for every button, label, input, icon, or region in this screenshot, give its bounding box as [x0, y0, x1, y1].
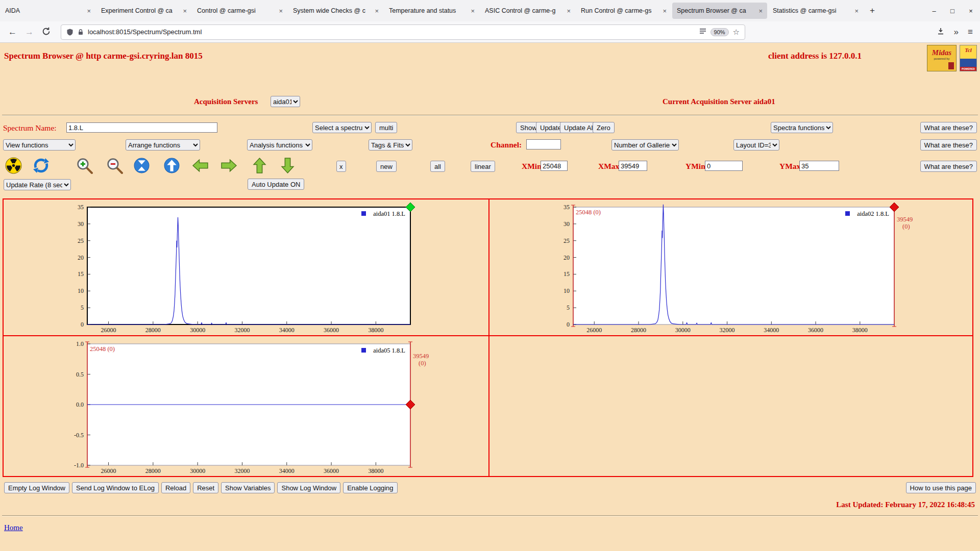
arrange-functions-dropdown[interactable]: Arrange functions [126, 139, 200, 151]
pan-up-icon[interactable] [251, 157, 268, 174]
svg-text:15: 15 [564, 270, 570, 278]
tab-close-icon[interactable]: × [87, 7, 91, 15]
shield-icon[interactable] [66, 29, 74, 36]
footer-button-6[interactable]: Show Log Window [277, 482, 340, 493]
svg-text:36000: 36000 [324, 467, 339, 474]
zoom-level-badge[interactable]: 90% [710, 28, 729, 36]
x-button[interactable]: x [336, 161, 346, 172]
page-title: Spectrum Browser @ http carme-gsi.cryrin… [4, 51, 203, 61]
new-button[interactable]: new [376, 161, 397, 172]
tab-8[interactable]: Spectrum Browser @ ca× [672, 3, 767, 19]
tab-close-icon[interactable]: × [183, 7, 187, 15]
zoom-in-icon[interactable] [76, 157, 93, 174]
linear-button[interactable]: linear [471, 161, 495, 172]
midas-logo[interactable]: Midas powered by [927, 45, 957, 71]
refresh-icon[interactable] [33, 157, 50, 174]
what-are-these-button-2[interactable]: What are these? [920, 139, 977, 151]
url-text[interactable]: localhost:8015/Spectrum/Spectrum.tml [88, 28, 695, 36]
what-are-these-button-3[interactable]: What are these? [920, 161, 977, 172]
maximize-button[interactable]: □ [943, 0, 962, 21]
svg-text:30: 30 [564, 220, 570, 228]
gallery-cell-4-empty[interactable] [489, 336, 972, 476]
pan-left-icon[interactable] [192, 157, 209, 174]
shrink-vertical-icon[interactable] [133, 157, 151, 174]
back-icon[interactable]: ← [8, 28, 17, 36]
number-of-galleries-dropdown[interactable]: Number of Galleries [611, 139, 679, 151]
url-bar[interactable]: localhost:8015/Spectrum/Spectrum.tml 90%… [61, 24, 745, 40]
tab-7[interactable]: Run Control @ carme-gs× [576, 3, 671, 19]
analysis-functions-dropdown[interactable]: Analysis functions [247, 139, 312, 151]
window-controls: – □ × [925, 0, 980, 21]
ymin-input[interactable] [705, 161, 743, 171]
gallery-cell-2[interactable]: 2600028000300003200034000360003800005101… [489, 199, 972, 336]
tab-close-icon[interactable]: × [663, 7, 667, 15]
tab-5[interactable]: Temperature and status× [384, 3, 479, 19]
radiation-icon[interactable] [5, 157, 22, 174]
multi-button[interactable]: multi [375, 122, 397, 133]
minimize-button[interactable]: – [925, 0, 943, 21]
view-functions-dropdown[interactable]: View functions [3, 139, 76, 151]
expand-vertical-icon[interactable] [163, 157, 181, 174]
acquisition-server-select[interactable]: aida01 [271, 96, 300, 107]
svg-text:0: 0 [81, 321, 84, 328]
xmax-input[interactable] [619, 161, 647, 171]
select-spectrum-dropdown[interactable]: Select a spectrum [312, 122, 372, 133]
reader-mode-icon[interactable] [699, 28, 706, 36]
how-to-use-button[interactable]: How to use this page [906, 482, 976, 493]
layout-id-dropdown[interactable]: Layout ID=3 [733, 139, 779, 151]
tab-label: System wide Checks @ c [293, 7, 372, 14]
pan-down-icon[interactable] [279, 157, 297, 174]
tab-close-icon[interactable]: × [567, 7, 571, 15]
gallery-cell-3[interactable]: 26000280003000032000340003600038000-1.0-… [4, 336, 489, 476]
svg-text:20: 20 [564, 254, 570, 261]
footer-button-1[interactable]: Empty Log Window [4, 482, 69, 493]
tab-close-icon[interactable]: × [854, 7, 859, 15]
tab-close-icon[interactable]: × [471, 7, 475, 15]
tab-1[interactable]: AIDA× [1, 3, 95, 19]
auto-update-button[interactable]: Auto Update ON [248, 179, 304, 190]
svg-text:30: 30 [78, 220, 84, 228]
tab-2[interactable]: Experiment Control @ ca× [96, 3, 191, 19]
reload-icon[interactable] [42, 27, 51, 37]
gallery-cell-1[interactable]: 2600028000300003200034000360003800005101… [4, 199, 489, 336]
tab-close-icon[interactable]: × [279, 7, 283, 15]
tags-fits-dropdown[interactable]: Tags & Fits [369, 139, 412, 151]
bookmark-star-icon[interactable]: ☆ [733, 28, 740, 37]
divider [2, 515, 978, 516]
pan-right-icon[interactable] [220, 157, 238, 174]
tab-close-icon[interactable]: × [758, 7, 763, 15]
zero-button[interactable]: Zero [593, 122, 615, 133]
home-link[interactable]: Home [4, 523, 23, 532]
footer-button-2[interactable]: Send Log Window to ELog [72, 482, 159, 493]
tab-4[interactable]: System wide Checks @ c× [288, 3, 383, 19]
spectra-functions-dropdown[interactable]: Spectra functions [771, 122, 833, 133]
zoom-out-icon[interactable] [106, 157, 124, 174]
downloads-icon[interactable] [937, 27, 945, 37]
tab-9[interactable]: Statistics @ carme-gsi× [768, 3, 863, 19]
spectrum-name-input[interactable] [66, 122, 217, 133]
tab-close-icon[interactable]: × [375, 7, 379, 15]
tcl-powered-logo[interactable]: Tcl POWERED [960, 45, 977, 71]
close-button[interactable]: × [962, 0, 980, 21]
ymin-label: YMin [685, 162, 705, 171]
all-button[interactable]: all [430, 161, 445, 172]
footer-button-4[interactable]: Reset [193, 482, 218, 493]
update-rate-dropdown[interactable]: Update Rate (8 secs) [4, 179, 71, 190]
footer-button-7[interactable]: Enable Logging [343, 482, 397, 493]
footer-button-5[interactable]: Show Variables [221, 482, 275, 493]
svg-text:26000: 26000 [101, 327, 116, 334]
forward-icon[interactable]: → [25, 28, 34, 36]
lock-icon[interactable] [77, 29, 84, 36]
new-tab-button[interactable]: + [864, 0, 881, 21]
what-are-these-button-1[interactable]: What are these? [920, 122, 977, 133]
ymax-input[interactable] [799, 161, 839, 171]
footer-button-3[interactable]: Reload [161, 482, 190, 493]
xmin-input[interactable] [541, 161, 568, 171]
channel-input[interactable] [526, 139, 561, 149]
tab-label: Spectrum Browser @ ca [677, 7, 755, 14]
overflow-chevron-icon[interactable]: » [954, 28, 959, 36]
tab-3[interactable]: Control @ carme-gsi× [192, 3, 287, 19]
svg-text:34000: 34000 [279, 467, 295, 474]
menu-icon[interactable]: ≡ [968, 28, 973, 36]
tab-6[interactable]: ASIC Control @ carme-g× [480, 3, 575, 19]
